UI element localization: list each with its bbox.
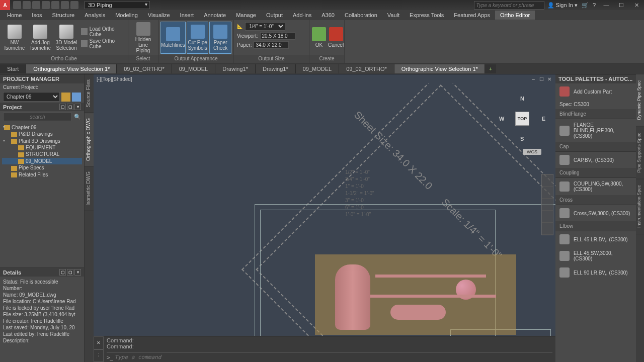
details-view-icon[interactable]: ▢ [59, 269, 66, 276]
paper-size-field[interactable] [254, 41, 289, 49]
matchlines-button[interactable]: Matchlines [160, 22, 186, 54]
document-tab[interactable]: 09_02_ORTHO* [117, 64, 172, 73]
tree-node[interactable]: Plant 3D Drawings [2, 138, 82, 144]
palette-tab[interactable]: Instrumentation Spec [636, 179, 644, 234]
cmd-handle-icon[interactable]: ⋮ [94, 349, 104, 363]
current-project-dropdown[interactable]: Chapter 09 [3, 92, 60, 102]
palette-item[interactable]: CAP,BV,, (CS300) [555, 152, 636, 168]
nav-pan-icon[interactable] [542, 187, 553, 199]
navigation-bar[interactable] [541, 174, 553, 235]
side-tab[interactable]: Source Files [85, 74, 94, 113]
palette-item[interactable]: ELL 45,SW,3000, (CS300) [555, 247, 636, 264]
palette-item[interactable]: ELL 90 LR,BV,, (CS300) [555, 264, 636, 281]
viewport-close-icon[interactable]: ✕ [546, 76, 552, 82]
new-tab-button[interactable]: + [485, 64, 496, 73]
viewport-minimize-icon[interactable]: – [530, 76, 536, 82]
load-orthocube-button[interactable]: Load Ortho Cube [81, 26, 125, 37]
help-icon[interactable]: ? [593, 2, 596, 8]
ribbon-tab-a360[interactable]: A360 [316, 11, 340, 20]
cmd-close-icon[interactable]: ✕ [94, 336, 104, 349]
qat-plot-icon[interactable] [51, 1, 59, 9]
add-custom-part-button[interactable]: Add Custom Part [555, 83, 636, 100]
tree-collapse-icon[interactable]: ▢ [67, 104, 73, 110]
tree-node[interactable]: P&ID Drawings [2, 131, 82, 137]
ribbon-tab-express-tools[interactable]: Express Tools [405, 11, 449, 20]
tree-node[interactable]: Chapter 09 [2, 124, 82, 131]
palette-tab[interactable]: Pipe Supports Spec [636, 127, 644, 179]
palette-tab[interactable]: Dynamic Pipe Spec [636, 74, 644, 127]
minimize-icon[interactable]: — [599, 0, 614, 10]
qat-new-icon[interactable] [13, 1, 21, 9]
maximize-icon[interactable]: ☐ [614, 0, 629, 10]
add-jog-button[interactable]: Add Jog Isometric [28, 22, 53, 54]
document-tab[interactable]: Orthographic View Selection 1* [26, 64, 117, 73]
command-input[interactable] [115, 354, 552, 360]
ribbon-tab-vault[interactable]: Vault [382, 11, 405, 20]
search-icon[interactable]: 🔍 [74, 114, 81, 120]
hidden-line-button[interactable]: Hidden Line Piping [130, 22, 156, 54]
viewcube-e[interactable]: E [542, 116, 545, 122]
qat-saveas-icon[interactable] [42, 1, 50, 9]
side-tab[interactable]: Orthographic DWG [85, 113, 94, 166]
nav-wheel-icon[interactable] [542, 174, 553, 187]
ribbon-tab-annotate[interactable]: Annotate [199, 11, 231, 20]
ribbon-tab-modeling[interactable]: Modeling [110, 11, 143, 20]
drawing-viewport[interactable]: Sheet Size: 34.0 X 22.0 Scale: 1/4" = 1'… [94, 83, 555, 336]
ribbon-tab-manage[interactable]: Manage [231, 11, 261, 20]
viewcube[interactable]: N S W E TOP [497, 94, 547, 144]
project-tab[interactable]: Project [3, 104, 22, 110]
details-view-icon[interactable]: ▢ [67, 269, 73, 276]
cutpipe-button[interactable]: Cut Pipe Symbols [187, 22, 209, 54]
viewport-label[interactable]: [-][Top][Shaded] [97, 76, 132, 82]
start-tab[interactable]: Start [0, 64, 26, 73]
ribbon-tab-analysis[interactable]: Analysis [79, 11, 110, 20]
model-selection-button[interactable]: 3D Model Selection [54, 22, 79, 54]
ribbon-tab-insert[interactable]: Insert [175, 11, 199, 20]
ribbon-tab-isos[interactable]: Isos [27, 11, 47, 20]
palette-item[interactable]: COUPLING,SW,3000,(CS300) [555, 178, 636, 195]
app-icon[interactable]: A [0, 0, 10, 10]
folder-icon[interactable] [61, 93, 70, 102]
nav-orbit-icon[interactable] [542, 211, 553, 223]
exchange-icon[interactable]: 🛒 [582, 2, 589, 9]
viewcube-n[interactable]: N [520, 96, 524, 102]
save-orthocube-button[interactable]: Save Ortho Cube [81, 38, 125, 49]
document-tab[interactable]: Drawing1* [256, 64, 296, 73]
ribbon-tab-home[interactable]: Home [2, 11, 27, 20]
viewcube-w[interactable]: W [499, 116, 504, 122]
ribbon-tab-featured-apps[interactable]: Featured Apps [449, 11, 495, 20]
ribbon-tab-collaboration[interactable]: Collaboration [340, 11, 382, 20]
side-tab[interactable]: Isometric DWG [85, 166, 94, 211]
qat-redo-icon[interactable] [70, 1, 78, 9]
qat-open-icon[interactable] [23, 1, 31, 9]
palette-item[interactable]: FLANGE BLIND,FL,RF,300,(CS300) [555, 119, 636, 142]
ribbon-tab-ortho-editor[interactable]: Ortho Editor [495, 11, 535, 20]
signin-button[interactable]: 👤 Sign In ▾ [547, 2, 578, 9]
wcs-indicator[interactable]: WCS [523, 149, 541, 155]
infocenter-search[interactable] [474, 1, 544, 10]
ribbon-tab-structure[interactable]: Structure [47, 11, 80, 20]
viewport-size-field[interactable] [260, 32, 295, 40]
close-icon[interactable]: ✕ [629, 0, 644, 10]
palette-item[interactable]: ELL 45 LR,BV,, (CS300) [555, 231, 636, 247]
document-tab[interactable]: 09_MODEL [172, 64, 215, 73]
ribbon-tab-output[interactable]: Output [261, 11, 288, 20]
tree-node[interactable]: 09_MODEL [2, 158, 82, 164]
viewcube-s[interactable]: S [520, 136, 524, 142]
ribbon-tab-visualize[interactable]: Visualize [143, 11, 175, 20]
details-toggle-icon[interactable]: ▾ [74, 269, 81, 276]
project-search-input[interactable] [3, 113, 72, 121]
tree-node[interactable]: STRUCTURAL [2, 151, 82, 157]
workspace-dropdown[interactable]: 3D Piping [85, 1, 150, 9]
document-tab[interactable]: 09_MODEL [296, 64, 339, 73]
tree-toggle-icon[interactable]: ▾ [74, 104, 81, 110]
viewport-maximize-icon[interactable]: ☐ [538, 76, 544, 82]
document-tab[interactable]: Drawing1* [215, 64, 256, 73]
project-tree[interactable]: Chapter 09P&ID DrawingsPlant 3D Drawings… [0, 123, 84, 267]
tree-node[interactable]: Related Files [2, 171, 82, 178]
papercheck-button[interactable]: Paper Check [209, 22, 231, 54]
tree-node[interactable]: Pipe Specs [2, 164, 82, 171]
ribbon-tab-add-ins[interactable]: Add-ins [288, 11, 316, 20]
scale-dropdown[interactable]: 1/4" = 1'-0" [245, 22, 285, 31]
qat-undo-icon[interactable] [61, 1, 69, 9]
